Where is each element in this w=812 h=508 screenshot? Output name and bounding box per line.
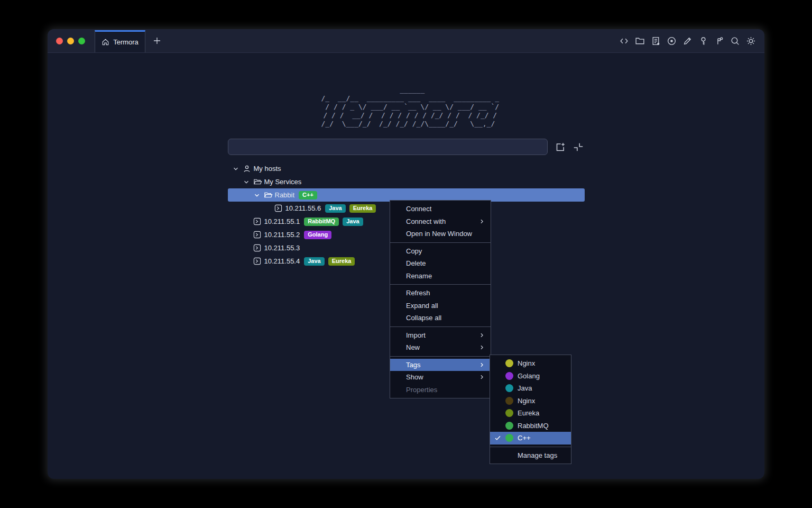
chevron-right-icon: [478, 361, 485, 368]
folder-icon[interactable]: [635, 36, 645, 46]
toolbar: [619, 29, 764, 52]
menu-item-show[interactable]: Show: [390, 371, 491, 384]
chevron-right-icon: [478, 374, 485, 380]
folder-open-icon: [253, 177, 264, 186]
search-icon[interactable]: [730, 36, 740, 46]
minimize-window-button[interactable]: [67, 38, 74, 44]
menu-item-connect-with[interactable]: Connect with: [390, 215, 491, 228]
log-icon[interactable]: [651, 36, 661, 46]
termora-ascii-logo: ______ /_ __/__ _________ ___ ____ _____…: [48, 86, 764, 128]
tag-color-dot: [505, 359, 513, 367]
tag-option-rabbitmq[interactable]: RabbitMQ: [490, 420, 571, 432]
title-bar: Termora: [48, 29, 764, 53]
tags-submenu: Nginx Golang Java Nginx Eureka RabbitMQ: [490, 355, 571, 464]
tag-color-dot: [505, 434, 513, 442]
menu-item-open-in-new-window[interactable]: Open in New Window: [390, 228, 491, 240]
host-search-input[interactable]: [228, 139, 548, 155]
tab-termora[interactable]: Termora: [95, 30, 145, 52]
tag-option-nginx-2[interactable]: Nginx: [490, 395, 571, 407]
tag-badge: RabbitMQ: [304, 217, 339, 226]
menu-item-expand-all[interactable]: Expand all: [390, 300, 491, 312]
add-host-button[interactable]: [553, 141, 566, 153]
tree-row-label: 10.211.55.3: [264, 244, 300, 252]
menu-item-new[interactable]: New: [390, 341, 491, 354]
checkmark-icon: [494, 434, 505, 441]
edit-icon[interactable]: [682, 36, 693, 46]
menu-item-import[interactable]: Import: [390, 329, 491, 342]
terminal-icon: [274, 204, 285, 212]
manage-tags-button[interactable]: Manage tags: [490, 449, 571, 462]
tag-option-golang[interactable]: Golang: [490, 370, 571, 383]
chevron-right-icon: [478, 332, 485, 339]
terminal-icon: [253, 257, 264, 265]
tree-row-my-hosts[interactable]: My hosts: [228, 162, 585, 175]
menu-item-delete[interactable]: Delete: [390, 257, 491, 270]
menu-item-refresh[interactable]: Refresh: [390, 287, 491, 300]
key-icon[interactable]: [698, 36, 708, 46]
tag-color-dot: [505, 409, 513, 417]
folder-open-icon: [264, 190, 275, 199]
chevron-down-icon[interactable]: [232, 165, 243, 173]
zoom-window-button[interactable]: [78, 38, 85, 44]
menu-item-connect[interactable]: Connect: [390, 203, 491, 215]
chevron-right-icon: [478, 344, 485, 351]
close-window-button[interactable]: [56, 38, 63, 44]
tab-label: Termora: [113, 38, 139, 46]
settings-icon[interactable]: [746, 36, 756, 46]
terminal-icon: [253, 244, 264, 252]
menu-item-collapse-all[interactable]: Collapse all: [390, 312, 491, 324]
tree-row-label: My hosts: [254, 165, 281, 173]
menu-item-copy[interactable]: Copy: [390, 245, 491, 258]
menu-item-rename[interactable]: Rename: [390, 270, 491, 283]
chevron-down-icon[interactable]: [243, 178, 253, 186]
tag-badge: C++: [299, 191, 317, 199]
collapse-all-button[interactable]: [572, 141, 585, 153]
menu-item-properties: Properties: [390, 384, 491, 396]
tag-badge: Java: [343, 217, 363, 226]
tag-color-dot: [505, 397, 513, 405]
tag-color-dot: [505, 372, 513, 380]
tree-row-label: 10.211.55.4: [264, 257, 300, 265]
tree-row-label: 10.211.55.2: [264, 231, 300, 239]
tree-row-label: Rabbit: [275, 191, 295, 199]
chevron-right-icon: [478, 218, 485, 225]
tag-badge: Golang: [304, 231, 331, 239]
chevron-down-icon[interactable]: [253, 192, 264, 199]
tag-badge: Java: [304, 257, 324, 266]
tag-option-java[interactable]: Java: [490, 382, 571, 395]
tag-option-nginx[interactable]: Nginx: [490, 357, 571, 370]
tree-row-my-services[interactable]: My Services: [228, 175, 585, 188]
tag-badge: Eureka: [349, 204, 376, 213]
tag-badge: Java: [325, 204, 345, 213]
tree-row-label: 10.211.55.6: [285, 204, 321, 212]
new-tab-button[interactable]: [145, 29, 169, 52]
keychain-icon[interactable]: [714, 36, 724, 46]
record-icon[interactable]: [667, 36, 677, 46]
home-icon: [102, 38, 109, 46]
terminal-icon: [253, 231, 264, 239]
traffic-lights: [48, 29, 95, 52]
tag-badge: Eureka: [328, 257, 355, 266]
context-menu: Connect Connect with Open in New Window …: [390, 200, 491, 398]
tag-color-dot: [505, 384, 513, 392]
user-icon: [243, 165, 254, 173]
terminal-icon: [253, 217, 264, 225]
code-icon[interactable]: [619, 36, 629, 46]
tree-row-label: 10.211.55.1: [264, 217, 300, 225]
tree-row-label: My Services: [264, 178, 302, 186]
tag-option-eureka[interactable]: Eureka: [490, 407, 571, 420]
tag-option-cpp[interactable]: C++: [490, 432, 571, 444]
menu-item-tags[interactable]: Tags: [390, 359, 491, 371]
tag-color-dot: [505, 422, 513, 430]
